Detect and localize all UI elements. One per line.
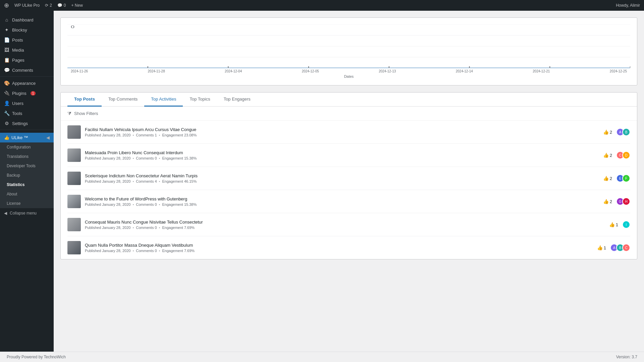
sidebar-item-comments[interactable]: 💬 Comments bbox=[0, 65, 54, 75]
tab-top-comments[interactable]: Top Comments bbox=[102, 93, 144, 107]
user-avatars-6: A B C bbox=[610, 244, 630, 252]
thumbs-up-icon: 👍 bbox=[603, 176, 609, 181]
dashboard-icon: ⌂ bbox=[4, 17, 9, 22]
pages-icon: 📋 bbox=[4, 57, 9, 63]
footer-right: Version: 3.7 bbox=[616, 355, 637, 359]
stats-container: Top Posts Top Comments Top Activities To… bbox=[60, 92, 637, 259]
media-icon: 🖼 bbox=[4, 47, 9, 53]
main-nav: ⌂ Dashboard ✦ Blocksy 📄 Posts 🖼 Media 📋 … bbox=[0, 13, 54, 133]
ulike-menu-header[interactable]: 👍 ULike ™ ◀ bbox=[0, 133, 54, 142]
post-title-1[interactable]: Facilisi Nullam Vehicula Ipsum Arcu Curs… bbox=[85, 127, 599, 132]
footer-left: Proudly Powered by TechnoWich bbox=[7, 355, 66, 359]
plugins-badge: 1 bbox=[31, 91, 36, 96]
sidebar-item-developer-tools[interactable]: Developer Tools bbox=[0, 161, 54, 171]
filter-icon: ⧩ bbox=[67, 111, 71, 116]
thumbs-up-icon: 👍 bbox=[603, 199, 609, 204]
plugins-icon: 🔌 bbox=[4, 90, 9, 96]
sidebar-item-posts[interactable]: 📄 Posts bbox=[0, 35, 54, 45]
sidebar-label-media: Media bbox=[12, 48, 24, 53]
sidebar-item-settings[interactable]: ⚙ Settings bbox=[0, 118, 54, 128]
post-item: Facilisi Nullam Vehicula Ipsum Arcu Curs… bbox=[67, 121, 630, 144]
post-title-2[interactable]: Malesuada Proin Libero Nunc Consequat In… bbox=[85, 150, 599, 155]
new-content-button[interactable]: + New bbox=[71, 3, 83, 8]
post-actions-4: 👍 2 G H bbox=[603, 197, 630, 205]
user-avatars-5: I bbox=[622, 221, 630, 229]
sidebar-label-comments: Comments bbox=[12, 68, 33, 73]
developer-tools-label: Developer Tools bbox=[7, 164, 36, 168]
chart-x-axis: 2024-11-26 2024-11-28 2024-12-04 2024-12… bbox=[67, 69, 630, 73]
avatar: C bbox=[622, 244, 630, 252]
sidebar-item-appearance[interactable]: 🎨 Appearance bbox=[0, 78, 54, 88]
translations-label: Translations bbox=[7, 154, 29, 159]
post-info-6: Quam Nulla Portitor Massa Dneque Aliquam… bbox=[85, 243, 593, 253]
post-thumbnail-3 bbox=[67, 172, 81, 185]
wp-logo-icon: ⊕ bbox=[4, 2, 9, 9]
sidebar-item-configuration[interactable]: Configuration bbox=[0, 142, 54, 152]
tab-top-engagers[interactable]: Top Engagers bbox=[217, 93, 257, 107]
x-label-3: 2024-12-05 bbox=[302, 69, 319, 73]
sidebar-item-blocksy[interactable]: ✦ Blocksy bbox=[0, 25, 54, 35]
sidebar-item-users[interactable]: 👤 Users bbox=[0, 98, 54, 108]
sidebar-item-dashboard[interactable]: ⌂ Dashboard bbox=[0, 15, 54, 25]
x-label-0: 2024-11-26 bbox=[71, 69, 88, 73]
tab-top-activities[interactable]: Top Activities bbox=[144, 93, 183, 107]
main-content: 0 2024-11-26 2024-11- bbox=[54, 11, 644, 352]
statistics-label: Statistics bbox=[7, 182, 24, 187]
configuration-label: Configuration bbox=[7, 145, 31, 149]
sidebar-label-pages: Pages bbox=[12, 58, 24, 63]
comments-item[interactable]: 💬 0 bbox=[57, 3, 66, 8]
sidebar-item-media[interactable]: 🖼 Media bbox=[0, 45, 54, 55]
show-filters-button[interactable]: Show Filters bbox=[74, 111, 98, 116]
collapse-menu-button[interactable]: ◀ Collapse menu bbox=[0, 208, 54, 218]
sidebar-item-license[interactable]: License bbox=[0, 199, 54, 208]
post-actions-5: 👍 1 I bbox=[609, 221, 630, 229]
chart-svg: 0 bbox=[67, 24, 630, 68]
post-meta-5: Published January 28, 2020 • Comments 0 … bbox=[85, 226, 605, 230]
sidebar-item-translations[interactable]: Translations bbox=[0, 152, 54, 161]
ulike-label: ULike ™ bbox=[11, 135, 28, 140]
like-count-2: 👍 2 bbox=[603, 153, 612, 158]
sidebar-label-appearance: Appearance bbox=[12, 81, 36, 86]
post-title-6[interactable]: Quam Nulla Portitor Massa Dneque Aliquam… bbox=[85, 243, 593, 248]
sidebar: ⌂ Dashboard ✦ Blocksy 📄 Posts 🖼 Media 📋 … bbox=[0, 11, 54, 352]
post-title-4[interactable]: Welcome to the Future of WordPress with … bbox=[85, 196, 599, 201]
sidebar-label-settings: Settings bbox=[12, 121, 28, 126]
post-item: Scelerisque Indictum Non Consectetur Aer… bbox=[67, 167, 630, 190]
post-item: Quam Nulla Portitor Massa Dneque Aliquam… bbox=[67, 236, 630, 259]
post-info-2: Malesuada Proin Libero Nunc Consequat In… bbox=[85, 150, 599, 160]
sidebar-item-backup[interactable]: Backup bbox=[0, 171, 54, 180]
post-item: Consequat Mauris Nunc Congue Nisivitae T… bbox=[67, 213, 630, 236]
collapse-icon: ◀ bbox=[4, 211, 7, 216]
user-avatars-2: C D bbox=[616, 151, 630, 159]
sidebar-label-blocksy: Blocksy bbox=[12, 27, 27, 33]
site-name[interactable]: WP ULike Pro bbox=[14, 3, 40, 8]
settings-icon: ⚙ bbox=[4, 121, 9, 126]
sidebar-item-about[interactable]: About bbox=[0, 189, 54, 199]
post-item: Malesuada Proin Libero Nunc Consequat In… bbox=[67, 144, 630, 167]
sidebar-item-tools[interactable]: 🔧 Tools bbox=[0, 108, 54, 118]
chart-x-title: Dates bbox=[67, 74, 630, 78]
post-title-5[interactable]: Consequat Mauris Nunc Congue Nisivitae T… bbox=[85, 220, 605, 225]
sidebar-item-pages[interactable]: 📋 Pages bbox=[0, 55, 54, 65]
post-thumbnail-6 bbox=[67, 241, 81, 254]
post-thumbnail-4 bbox=[67, 195, 81, 208]
updates-item[interactable]: ⟳ 2 bbox=[45, 3, 52, 8]
sidebar-comments-icon: 💬 bbox=[4, 67, 9, 73]
comments-icon: 💬 bbox=[57, 3, 62, 8]
sidebar-item-statistics[interactable]: Statistics bbox=[0, 180, 54, 189]
thumbs-up-icon: 👍 bbox=[597, 245, 603, 250]
like-count-4: 👍 2 bbox=[603, 199, 612, 204]
sidebar-label-dashboard: Dashboard bbox=[12, 17, 34, 22]
like-count-3: 👍 2 bbox=[603, 176, 612, 181]
post-title-3[interactable]: Scelerisque Indictum Non Consectetur Aer… bbox=[85, 173, 599, 178]
thumbs-up-icon: 👍 bbox=[603, 153, 609, 158]
post-info-1: Facilisi Nullam Vehicula Ipsum Arcu Curs… bbox=[85, 127, 599, 137]
tab-top-topics[interactable]: Top Topics bbox=[183, 93, 217, 107]
sidebar-label-users: Users bbox=[12, 101, 23, 106]
about-label: About bbox=[7, 192, 17, 196]
tab-top-posts[interactable]: Top Posts bbox=[67, 93, 102, 107]
sidebar-item-plugins[interactable]: 🔌 Plugins 1 bbox=[0, 88, 54, 98]
tabs-bar: Top Posts Top Comments Top Activities To… bbox=[61, 93, 637, 107]
post-actions-1: 👍 2 A B bbox=[603, 128, 630, 136]
x-label-7: 2024-12-25 bbox=[610, 69, 627, 73]
